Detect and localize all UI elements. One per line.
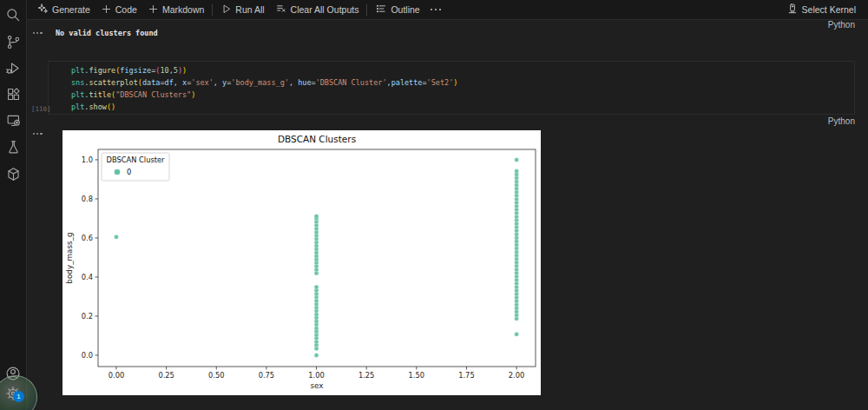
cell-language-prev[interactable]: Python [828, 20, 855, 30]
y-tick-label: 0.6 [82, 234, 93, 242]
x-tick-label: 1.75 [458, 371, 474, 380]
x-tick-label: 2.00 [509, 371, 524, 380]
x-tick-label: 1.25 [358, 371, 374, 380]
scatter-plot-output: DBSCAN Clusters0.000.250.500.751.001.251… [62, 130, 541, 395]
run-all-button[interactable]: Run All [215, 0, 269, 19]
sparkle-icon [36, 3, 49, 17]
remote-explorer-icon[interactable] [3, 109, 23, 130]
clear-all-icon [275, 3, 287, 17]
clear-all-outputs-label: Clear All Outputs [291, 4, 359, 15]
legend-title: DBSCAN Cluster [107, 155, 166, 164]
plus-icon [101, 3, 112, 17]
scatter-point [515, 169, 519, 173]
select-kernel-label: Select Kernel [802, 4, 856, 15]
y-tick-label: 1.0 [82, 155, 93, 164]
toolbar-separator [212, 4, 213, 16]
code-line[interactable]: plt.show() [71, 101, 854, 113]
search-icon[interactable] [3, 4, 23, 25]
x-tick-label: 0.25 [158, 371, 174, 380]
add-markdown-button[interactable]: Markdown [142, 0, 209, 19]
y-tick-label: 0.8 [82, 195, 93, 203]
add-code-button[interactable]: Code [95, 0, 142, 19]
extensions-icon[interactable] [3, 83, 23, 104]
chart-title: DBSCAN Clusters [278, 134, 356, 144]
kernel-icon [786, 3, 799, 17]
code-line[interactable]: sns.scatterplot(data=df, x='sex', y='bod… [71, 76, 854, 89]
outline-button[interactable]: Outline [370, 0, 424, 19]
play-icon [220, 3, 232, 17]
y-tick-label: 0.4 [82, 273, 93, 281]
execution-count: [110] [31, 105, 51, 113]
select-kernel-button[interactable]: Select Kernel [781, 0, 868, 19]
outline-icon [375, 3, 387, 17]
y-axis-label: body_mass_g [65, 232, 74, 283]
y-tick-label: 0.2 [82, 312, 93, 321]
x-tick-label: 0.75 [259, 371, 274, 380]
x-axis-label: sex [310, 381, 323, 390]
scatter-point [114, 235, 118, 239]
code-cell-editor[interactable]: plt.figure(figsize=(10,5))sns.scatterplo… [48, 61, 855, 115]
scatter-plot-svg: DBSCAN Clusters0.000.250.500.751.001.251… [62, 130, 541, 395]
ellipsis-icon [431, 9, 442, 11]
legend-entry-label: 0 [127, 168, 131, 176]
generate-label: Generate [52, 4, 90, 15]
add-markdown-label: Markdown [162, 4, 204, 15]
cell-language[interactable]: Python [828, 116, 855, 126]
source-control-icon[interactable] [3, 31, 23, 52]
code-area: plt.figure(figsize=(10,5))sns.scatterplo… [49, 62, 854, 113]
x-tick-label: 1.50 [409, 371, 424, 380]
code-line[interactable]: plt.figure(figsize=(10,5)) [71, 64, 854, 76]
x-tick-label: 0.00 [108, 371, 124, 380]
cube-extension-icon[interactable] [3, 163, 23, 184]
clear-all-outputs-button[interactable]: Clear All Outputs [270, 0, 365, 19]
scatter-point [314, 285, 319, 289]
settings-badge: 1 [13, 391, 24, 402]
scatter-point [314, 353, 319, 357]
scatter-point [515, 332, 519, 336]
y-tick-label: 0.0 [82, 351, 93, 360]
outline-label: Outline [391, 4, 419, 15]
scatter-point [314, 214, 319, 218]
output-options-icon[interactable] [33, 32, 43, 34]
more-actions-button[interactable] [425, 0, 447, 19]
scatter-point [515, 157, 519, 162]
code-line[interactable]: plt.title("DBSCAN Clusters") [71, 89, 854, 101]
add-code-label: Code [115, 4, 137, 15]
notebook-toolbar: Generate Code Markdown Run All Clear All… [26, 0, 868, 20]
generate-button[interactable]: Generate [31, 0, 95, 19]
x-tick-label: 0.50 [208, 371, 224, 380]
run-debug-icon[interactable] [3, 57, 23, 78]
x-tick-label: 1.00 [308, 371, 324, 380]
run-all-label: Run All [235, 4, 264, 15]
toolbar-separator [366, 4, 367, 16]
testing-flask-icon[interactable] [3, 136, 23, 157]
output-options-icon[interactable] [33, 133, 43, 135]
cell-output-text: No valid clusters found [56, 29, 158, 37]
activity-bar: 1 [0, 0, 27, 410]
legend-marker [115, 169, 121, 175]
plus-icon [148, 3, 159, 17]
